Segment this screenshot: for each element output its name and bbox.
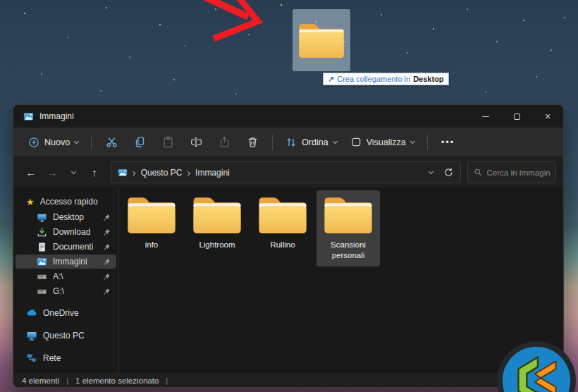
sidebar-item-drive-g[interactable]: G:\: [16, 284, 116, 298]
cut-icon: [106, 136, 118, 148]
forward-button[interactable]: →: [42, 162, 63, 183]
close-button[interactable]: ×: [532, 105, 563, 128]
minimize-button[interactable]: [470, 105, 501, 128]
sidebar-item-label: Accesso rapido: [40, 197, 98, 207]
title-bar: Immagini ×: [13, 105, 563, 128]
toolbar-separator: [91, 135, 92, 150]
more-options-button[interactable]: •••: [434, 137, 462, 147]
sidebar-item-drive-a[interactable]: A:\: [16, 269, 116, 283]
sidebar-item-label: Questo PC: [43, 331, 85, 341]
download-icon: [37, 227, 47, 238]
command-bar: Nuovo Ordina Visualizza •••: [13, 128, 563, 157]
drive-icon: [37, 286, 47, 297]
desktop-icon: [37, 212, 47, 223]
onedrive-cloud-icon: [26, 307, 37, 319]
paste-button[interactable]: [154, 130, 181, 154]
sidebar-item-label: Documenti: [53, 242, 93, 252]
folder-icon: [297, 20, 346, 61]
status-separator: |: [66, 376, 68, 385]
sidebar-item-label: G:\: [53, 286, 64, 296]
item-count: 4 elementi: [22, 376, 59, 385]
pin-icon: [103, 288, 111, 295]
back-arrow-icon: ←: [26, 166, 37, 178]
stars-decoration: [0, 0, 1, 1]
sidebar-item-onedrive[interactable]: OneDrive: [16, 305, 116, 321]
up-arrow-icon: ↑: [92, 166, 97, 178]
shortcut-arrow-icon: ↗: [328, 75, 334, 84]
breadcrumb[interactable]: › Questo PC › Immagini: [111, 161, 461, 183]
location-pictures-icon: [118, 168, 128, 178]
recent-locations-button[interactable]: [63, 162, 84, 183]
brand-logo: [495, 339, 578, 392]
folder-tile-scansioni-personali[interactable]: Scansioni personali: [316, 190, 380, 267]
view-button[interactable]: Visualizza: [345, 132, 421, 152]
cut-button[interactable]: [98, 130, 125, 154]
back-button[interactable]: ←: [20, 162, 42, 183]
pin-icon: [103, 214, 111, 221]
pin-icon: [103, 228, 111, 236]
toolbar-separator: [272, 135, 273, 150]
star-icon: ★: [26, 197, 35, 207]
breadcrumb-separator: ›: [133, 168, 136, 178]
breadcrumb-this-pc[interactable]: Questo PC: [141, 168, 183, 178]
sort-button-label: Ordina: [302, 137, 328, 147]
sidebar-item-this-pc[interactable]: Questo PC: [16, 328, 116, 343]
refresh-icon[interactable]: [443, 167, 454, 178]
sidebar-item-label: A:\: [53, 271, 63, 281]
folder-icon: [257, 194, 309, 236]
delete-button[interactable]: [239, 130, 266, 154]
minimize-icon: [482, 116, 489, 117]
rename-button[interactable]: [183, 130, 209, 154]
dragged-folder[interactable]: [293, 9, 350, 71]
address-dropdown-icon[interactable]: [429, 169, 434, 173]
new-button[interactable]: Nuovo: [22, 132, 85, 153]
sidebar-item-label: OneDrive: [43, 308, 79, 318]
folder-tile-info[interactable]: info: [120, 190, 183, 256]
sidebar-item-pictures[interactable]: Immagini: [16, 255, 116, 269]
search-placeholder: Cerca in Immagini: [487, 169, 550, 177]
up-button[interactable]: ↑: [84, 162, 105, 183]
sidebar-item-network[interactable]: Rete: [16, 350, 116, 366]
maximize-icon: [514, 114, 520, 120]
breadcrumb-current[interactable]: Immagini: [195, 168, 230, 178]
new-plus-icon: [28, 137, 39, 148]
pin-icon: [103, 243, 111, 251]
navigation-pane: ★ Accesso rapido Desktop Download Docume…: [13, 188, 118, 372]
pane-divider: [118, 188, 119, 372]
new-button-label: Nuovo: [44, 137, 70, 147]
share-button[interactable]: [211, 130, 238, 154]
selection-count: 1 elemento selezionato: [75, 376, 159, 385]
folder-icon: [125, 194, 178, 236]
folder-tile-rullino[interactable]: Rullino: [251, 190, 314, 256]
sidebar-item-quick-access[interactable]: ★ Accesso rapido: [16, 194, 116, 209]
pin-icon: [103, 258, 111, 266]
pc-icon: [26, 330, 37, 341]
sort-button[interactable]: Ordina: [279, 132, 343, 153]
sidebar-item-desktop[interactable]: Desktop: [16, 210, 116, 224]
paste-icon: [162, 136, 174, 148]
search-input[interactable]: Cerca in Immagini: [467, 161, 556, 183]
folder-icon: [322, 194, 374, 236]
sidebar-item-label: Desktop: [53, 212, 84, 222]
sidebar-item-label: Download: [53, 227, 90, 237]
chevron-down-icon: [74, 138, 79, 143]
sidebar-item-documents[interactable]: Documenti: [16, 240, 116, 254]
maximize-button[interactable]: [501, 105, 532, 128]
document-icon: [37, 242, 47, 252]
folder-tile-lightroom[interactable]: Lightroom: [185, 190, 249, 256]
explorer-window: Immagini × Nuovo Ordina: [13, 104, 564, 388]
sidebar-item-download[interactable]: Download: [16, 225, 116, 239]
drag-tooltip: ↗ Crea collegamento in Desktop: [323, 73, 449, 85]
copy-icon: [134, 136, 146, 148]
sort-arrows-icon: [285, 137, 297, 148]
copy-button[interactable]: [126, 130, 153, 154]
chevron-down-icon: [410, 138, 415, 143]
chevron-down-icon: [70, 169, 75, 173]
sidebar-item-label: Immagini: [53, 257, 87, 267]
breadcrumb-separator: ›: [187, 168, 190, 178]
forward-arrow-icon: →: [47, 166, 58, 178]
drag-tooltip-action: Crea collegamento in: [337, 75, 410, 83]
view-button-label: Visualizza: [367, 137, 406, 147]
toolbar-separator: [427, 135, 428, 150]
rename-icon: [190, 136, 202, 148]
